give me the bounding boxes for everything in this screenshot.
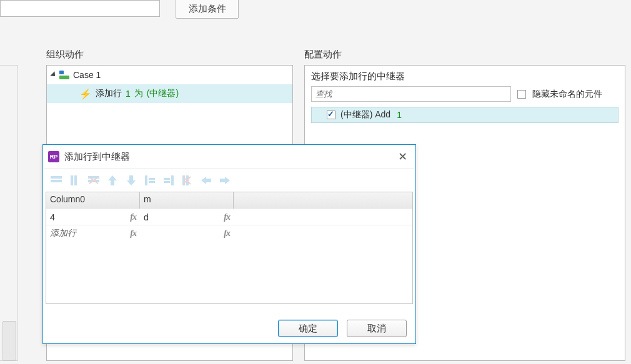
hide-unnamed-label: 隐藏未命名的元件 [532,89,602,100]
search-input[interactable] [311,86,511,102]
grid-cell[interactable] [234,209,412,225]
column-header-0[interactable]: Column0 [46,192,140,209]
delete-row-icon[interactable] [87,175,101,186]
add-rows-dialog: RP 添加行到中继器 ✕ Column0 m 4fx dfx 添加行fx fx [42,144,416,344]
insert-col-left-icon[interactable] [143,175,157,186]
target-count: 1 [397,110,402,120]
expand-toggle-icon[interactable] [50,71,57,78]
delete-column-icon[interactable] [181,175,194,186]
close-icon[interactable]: ✕ [395,150,409,164]
svg-rect-15 [171,175,174,185]
svg-rect-0 [51,176,62,179]
action-row[interactable]: ⚡ 添加行 1 为 (中继器) [47,84,292,103]
svg-rect-12 [145,175,147,185]
dialog-toolbar [43,169,415,192]
fx-icon[interactable]: fx [130,229,139,239]
move-left-icon[interactable] [199,175,213,186]
svg-rect-1 [51,180,62,182]
cell-value: 4 [50,212,55,222]
grid-row[interactable]: 添加行fx fx [46,225,412,241]
data-grid[interactable]: Column0 m 4fx dfx 添加行fx fx [46,192,413,304]
action-target: (中继器) [147,88,179,99]
svg-marker-22 [201,177,206,184]
target-label: (中继器) Add [340,109,390,121]
add-row-icon[interactable] [49,175,63,186]
insert-col-right-icon[interactable] [162,175,176,186]
svg-marker-24 [225,177,230,184]
fx-icon[interactable]: fx [130,212,139,222]
svg-rect-13 [149,178,155,180]
target-checkbox[interactable] [327,111,335,119]
svg-rect-3 [74,175,77,185]
svg-rect-16 [164,178,170,180]
grid-cell[interactable]: 添加行fx [46,225,140,241]
column-header-1[interactable]: m [140,192,234,209]
grid-header: Column0 m [46,192,412,209]
move-down-icon[interactable] [124,175,138,186]
fx-icon[interactable]: fx [224,212,232,222]
svg-marker-10 [127,180,136,185]
move-up-icon[interactable] [106,175,119,186]
cell-value: 添加行 [50,228,76,239]
ok-button[interactable]: 确定 [278,320,338,337]
svg-rect-14 [149,181,155,183]
add-condition-button[interactable]: 添加条件 [176,0,239,19]
dialog-title: 添加行到中继器 [64,151,395,163]
svg-rect-25 [220,179,225,182]
configure-actions-label: 配置动作 [304,49,342,61]
case-row[interactable]: Case 1 [47,66,292,84]
fx-icon[interactable]: fx [224,229,232,239]
grid-cell[interactable]: dfx [140,209,234,225]
cell-value: d [144,212,149,222]
case-label: Case 1 [73,70,101,80]
configure-title: 选择要添加行的中继器 [311,71,619,82]
organize-actions-label: 组织动作 [46,49,84,61]
cancel-button[interactable]: 取消 [347,320,407,337]
app-badge-icon: RP [48,151,59,162]
svg-rect-17 [164,181,170,183]
column-header-2[interactable] [234,192,412,209]
svg-rect-9 [111,180,114,185]
left-panel-scrollbar[interactable] [0,65,18,361]
grid-cell[interactable]: fx [140,225,234,241]
grid-row[interactable]: 4fx dfx [46,209,412,225]
case-icon [59,71,69,79]
svg-rect-11 [129,175,133,180]
move-right-icon[interactable] [218,175,232,186]
action-count: 1 [126,89,131,99]
grid-cell[interactable]: 4fx [46,209,140,225]
svg-marker-8 [108,175,117,180]
action-prefix: 添加行 [96,88,122,99]
svg-rect-2 [71,175,73,185]
bolt-icon: ⚡ [79,88,92,100]
svg-rect-23 [206,179,211,182]
action-mid: 为 [134,88,143,99]
condition-input[interactable] [0,0,160,17]
dialog-titlebar[interactable]: RP 添加行到中继器 ✕ [43,145,415,169]
add-column-icon[interactable] [68,175,82,186]
grid-cell[interactable] [234,225,412,241]
target-repeater-item[interactable]: (中继器) Add 1 [311,107,619,123]
hide-unnamed-checkbox[interactable] [517,90,526,99]
